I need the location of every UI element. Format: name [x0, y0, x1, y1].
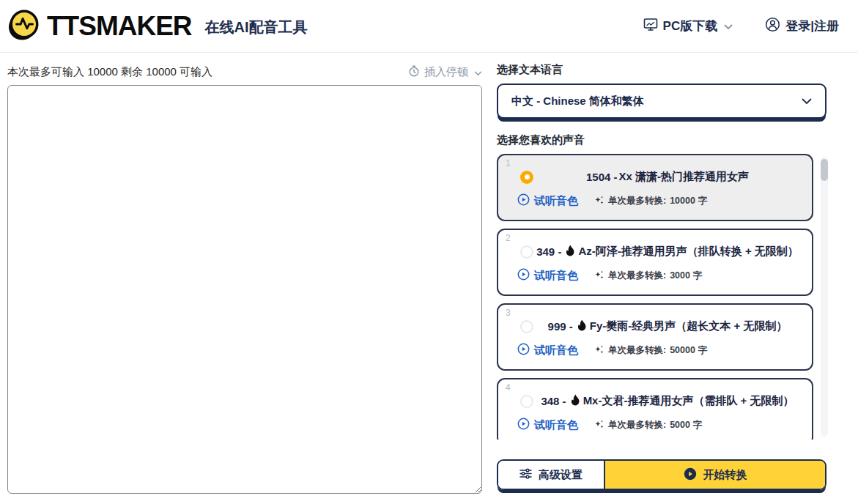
play-circle-icon	[517, 418, 530, 432]
listen-voice-link[interactable]: 试听音色	[517, 268, 578, 283]
page-title: 在线AI配音工具	[205, 18, 308, 37]
text-editor-panel: 本次最多可输入 10000 剩余 10000 可输入 插入停顿	[7, 63, 482, 497]
voice-radio[interactable]	[520, 395, 533, 408]
voice-name: 349 - Az-阿泽-推荐通用男声（排队转换 + 无限制）	[533, 245, 802, 259]
advanced-settings-button[interactable]: 高级设置	[498, 461, 605, 489]
listen-voice-label: 试听音色	[534, 418, 578, 432]
user-icon	[765, 17, 780, 36]
voice-card-1504[interactable]: 1 1504 - Xx 潇潇-热门推荐通用女声 试听音色	[497, 154, 813, 221]
main-content: 本次最多可输入 10000 剩余 10000 可输入 插入停顿 选择文本语言 中…	[0, 53, 858, 497]
chevron-down-icon	[474, 66, 482, 78]
logo-waveform-icon	[7, 8, 41, 45]
action-buttons: 高级设置 开始转换	[497, 459, 826, 490]
voice-list-scrollbar-track[interactable]	[821, 157, 828, 437]
play-circle-icon	[517, 343, 530, 357]
brand-name: TTSMAKER	[47, 11, 192, 42]
voice-list-label: 选择您喜欢的声音	[497, 133, 828, 147]
flame-icon	[577, 319, 587, 333]
voice-card-348[interactable]: 4 348 - Mx-文君-推荐通用女声（需排队 + 无限制）	[497, 378, 813, 440]
sparkle-icon	[594, 419, 604, 431]
flame-icon	[571, 394, 580, 408]
conversion-limit: 单次最多转换: 50000 字	[594, 344, 707, 357]
sliders-icon	[519, 468, 532, 481]
voice-card-349[interactable]: 2 349 - Az-阿泽-推荐通用男声（排队转换 + 无限制）	[497, 229, 813, 296]
listen-voice-link[interactable]: 试听音色	[517, 343, 578, 357]
listen-voice-label: 试听音色	[534, 194, 578, 208]
sparkle-icon	[594, 344, 604, 357]
conversion-limit: 单次最多转换: 3000 字	[594, 270, 702, 282]
language-selected-value: 中文 - Chinese 简体和繁体	[511, 94, 802, 108]
voice-list: 1 1504 - Xx 潇潇-热门推荐通用女声 试听音色	[497, 154, 828, 440]
advanced-settings-label: 高级设置	[539, 468, 583, 482]
login-register-link[interactable]: 登录|注册	[765, 17, 839, 36]
sparkle-icon	[594, 195, 604, 207]
tts-text-input[interactable]	[7, 85, 482, 494]
play-circle-icon	[517, 193, 530, 208]
insert-pause-label: 插入停顿	[424, 65, 468, 79]
language-label: 选择文本语言	[497, 63, 828, 77]
voice-radio[interactable]	[520, 320, 533, 333]
listen-voice-label: 试听音色	[534, 344, 578, 357]
voice-rank: 1	[506, 158, 511, 168]
play-filled-icon	[684, 467, 697, 483]
voice-radio[interactable]	[520, 245, 533, 259]
start-convert-label: 开始转换	[703, 468, 747, 482]
listen-voice-label: 试听音色	[534, 269, 578, 283]
voice-radio[interactable]	[520, 171, 533, 184]
char-counter: 本次最多可输入 10000 剩余 10000 可输入	[7, 65, 212, 79]
conversion-limit: 单次最多转换: 10000 字	[594, 195, 707, 207]
voice-card-999[interactable]: 3 999 - Fy-樊雨-经典男声（超长文本 + 无限制）	[497, 303, 813, 371]
voice-rank: 2	[506, 233, 511, 243]
voice-list-scrollbar-thumb[interactable]	[821, 159, 828, 181]
listen-voice-link[interactable]: 试听音色	[517, 193, 578, 208]
voice-rank: 3	[506, 308, 511, 318]
chevron-down-icon	[724, 19, 733, 34]
timer-icon	[408, 65, 420, 79]
sparkle-icon	[594, 270, 604, 282]
play-circle-icon	[517, 268, 530, 283]
header: TTSMAKER 在线AI配音工具 PC版下载	[0, 0, 858, 53]
brand[interactable]: TTSMAKER	[7, 8, 192, 45]
voice-rank: 4	[506, 382, 511, 393]
voice-name: 348 - Mx-文君-推荐通用女声（需排队 + 无限制）	[533, 394, 802, 408]
monitor-icon	[643, 18, 658, 35]
insert-pause-dropdown[interactable]: 插入停顿	[408, 65, 482, 79]
start-convert-button[interactable]: 开始转换	[605, 461, 825, 489]
chevron-down-icon	[802, 94, 812, 108]
voice-name: 1504 - Xx 潇潇-热门推荐通用女声	[533, 170, 802, 184]
listen-voice-link[interactable]: 试听音色	[517, 418, 578, 432]
conversion-limit: 单次最多转换: 5000 字	[594, 419, 702, 431]
voice-settings-panel: 选择文本语言 中文 - Chinese 简体和繁体 选择您喜欢的声音 1 150…	[497, 63, 828, 497]
flame-icon	[566, 245, 575, 259]
pc-download-menu[interactable]: PC版下载	[643, 18, 733, 35]
language-select[interactable]: 中文 - Chinese 简体和繁体	[497, 84, 826, 119]
voice-name: 999 - Fy-樊雨-经典男声（超长文本 + 无限制）	[533, 319, 802, 333]
pc-download-label: PC版下载	[663, 18, 718, 34]
login-register-label: 登录|注册	[785, 18, 839, 34]
